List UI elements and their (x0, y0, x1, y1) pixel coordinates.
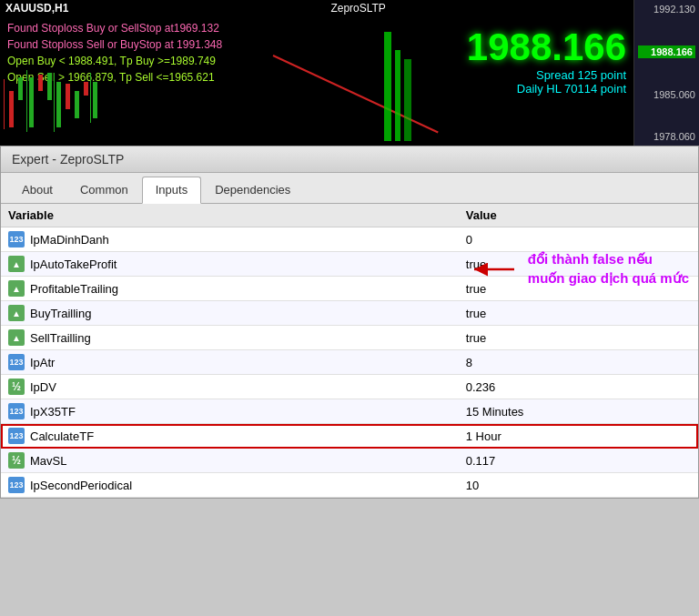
price-tick-2: 1985.060 (638, 89, 695, 100)
var-type-icon: ▲ (8, 280, 25, 297)
table-row[interactable]: ▲ProfitableTrailingtrue (1, 277, 698, 301)
table-cell-variable: ½MavSL (1, 449, 459, 473)
var-type-icon: 123 (8, 477, 25, 493)
var-type-icon: ▲ (8, 329, 25, 346)
tab-common[interactable]: Common (66, 177, 142, 203)
var-type-icon: ½ (8, 452, 25, 469)
price-ladder: 1992.130 1988.166 1985.060 1978.060 (633, 0, 699, 146)
current-price-large: 1988.166 (467, 25, 626, 69)
params-table: Variable Value 123IpMaDinhDanh0▲IpAutoTa… (1, 204, 698, 498)
expert-title: Expert - ZeproSLTP (12, 152, 124, 167)
table-row[interactable]: ▲BuyTraillingtrue (1, 301, 698, 326)
table-row[interactable]: 123IpSecondPeriodical10 (1, 473, 698, 498)
table-cell-variable: 123IpMaDinhDanh (1, 227, 459, 252)
table-cell-value: true (459, 326, 698, 350)
table-cell-variable: ▲ProfitableTrailing (1, 277, 459, 301)
panel-body: Variable Value 123IpMaDinhDanh0▲IpAutoTa… (1, 204, 698, 498)
spread-label: Spread 125 point (517, 68, 626, 82)
table-cell-value: 8 (459, 350, 698, 375)
var-name: IpDV (30, 380, 56, 394)
table-row[interactable]: 123IpX35TF15 Minutes (1, 399, 698, 424)
table-row[interactable]: 123IpAtr8 (1, 350, 698, 375)
table-cell-variable: ▲IpAutoTakeProfit (1, 252, 459, 277)
tab-inputs[interactable]: Inputs (142, 177, 201, 204)
var-type-icon: 123 (8, 428, 25, 444)
col-variable-header: Variable (1, 204, 459, 227)
var-type-icon: 123 (8, 403, 25, 419)
table-cell-variable: 123IpX35TF (1, 399, 459, 424)
price-tick-3: 1978.060 (638, 131, 695, 142)
var-name: BuyTrailling (30, 307, 91, 320)
var-name: IpSecondPeriodical (30, 479, 132, 492)
price-tick-1: 1988.166 (638, 45, 695, 58)
daily-hl-label: Daily HL 70114 point (517, 82, 626, 96)
var-name: SellTrailling (30, 331, 91, 345)
table-row[interactable]: ½IpDV0.236 (1, 375, 698, 399)
table-cell-value: true (459, 277, 698, 301)
var-name: ProfitableTrailing (30, 282, 118, 296)
table-row[interactable]: ▲IpAutoTakeProfittrue (1, 252, 698, 277)
table-cell-value: 10 (459, 473, 698, 498)
table-cell-variable: 123IpSecondPeriodical (1, 473, 459, 498)
var-name: IpX35TF (30, 405, 76, 419)
tab-dependencies[interactable]: Dependencies (201, 177, 304, 203)
chart-area: XAUUSD,H1 ZeproSLTP 1992.130 Found Stopl… (0, 0, 699, 146)
table-cell-value: true (459, 301, 698, 326)
col-value-header: Value (459, 204, 698, 227)
var-type-icon: 123 (8, 354, 25, 370)
var-name: CalculateTF (30, 429, 94, 443)
spread-info: Spread 125 point Daily HL 70114 point (517, 68, 626, 96)
table-cell-variable: ▲BuyTrailling (1, 301, 459, 326)
var-name: IpMaDinhDanh (30, 233, 109, 247)
var-type-icon: 123 (8, 231, 25, 247)
table-row[interactable]: ▲SellTraillingtrue (1, 326, 698, 350)
table-cell-value: 15 Minutes (459, 399, 698, 424)
table-cell-variable: 123IpAtr (1, 350, 459, 375)
price-tick-0: 1992.130 (638, 4, 695, 15)
table-row[interactable]: ½MavSL0.117 (1, 449, 698, 473)
table-row[interactable]: 123IpMaDinhDanh0 (1, 227, 698, 252)
table-row[interactable]: 123CalculateTF1 Hour (1, 424, 698, 449)
table-cell-value: 0.236 (459, 375, 698, 399)
table-cell-value: 0 (459, 227, 698, 252)
table-cell-value: true (459, 252, 698, 277)
table-cell-variable: ▲SellTrailling (1, 326, 459, 350)
var-type-icon: ▲ (8, 305, 25, 321)
var-name: MavSL (30, 454, 66, 468)
tabs-row: About Common Inputs Dependencies (1, 173, 698, 204)
expert-panel: Expert - ZeproSLTP About Common Inputs D… (0, 146, 699, 499)
table-cell-value: 0.117 (459, 449, 698, 473)
expert-title-bar: Expert - ZeproSLTP (1, 146, 698, 173)
var-name: IpAtr (30, 356, 55, 369)
var-type-icon: ½ (8, 379, 25, 395)
tab-about[interactable]: About (8, 177, 66, 203)
table-header-row: Variable Value (1, 204, 698, 227)
table-cell-variable: ½IpDV (1, 375, 459, 399)
table-cell-variable: 123CalculateTF (1, 424, 459, 449)
var-name: IpAutoTakeProfit (30, 258, 116, 271)
var-type-icon: ▲ (8, 256, 25, 272)
table-cell-value: 1 Hour (459, 424, 698, 449)
